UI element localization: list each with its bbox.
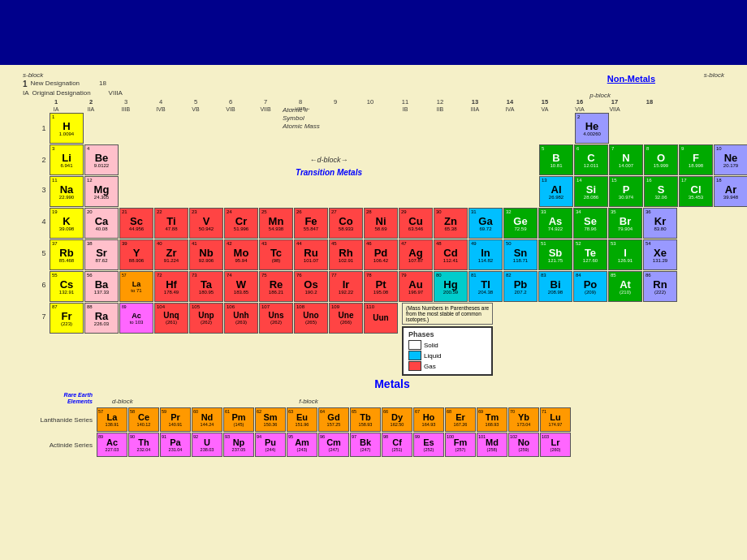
element-W: 74 W 183.85: [224, 271, 258, 302]
element-Al: 13 Al 26.982: [539, 176, 573, 207]
element-Lr: 103 Lr (260): [540, 433, 571, 457]
metals-label: Metals: [39, 377, 745, 390]
element-I: 53 I 126.91: [608, 239, 642, 270]
actinide-row: Actinide Series 89 Ac 227.03 90 Th 232.0…: [23, 433, 724, 457]
element-P: 15 P 30.974: [609, 176, 643, 207]
sblock-left-label: s-block: [23, 71, 43, 79]
element-Sn: 50 Sn 118.71: [503, 239, 538, 270]
element-Ir: 77 Ir 192.22: [329, 271, 363, 302]
element-Kr: 36 Kr 83.80: [643, 208, 677, 239]
element-Zn: 30 Zn 65.38: [434, 208, 468, 239]
element-Nd: 60 Nd 144.24: [192, 407, 222, 432]
period-7-row: 7 87 Fr (223) 88 Ra 226.03 89 Ac to 103: [39, 303, 724, 376]
dblock-label: ←d-block→: [310, 156, 348, 164]
symbol-label: Symbol: [283, 114, 304, 122]
element-Os: 76 Os 190.2: [294, 271, 328, 302]
element-Dy: 66 Dy 162.50: [382, 407, 412, 432]
element-K: 19 K 39.098: [50, 208, 84, 239]
col-3: 3: [109, 98, 143, 106]
col-8: 8: [283, 98, 317, 106]
element-Lu: 71 Lu 174.97: [540, 407, 571, 432]
element-As: 33 As 74.922: [538, 208, 572, 239]
period-1-label: 1: [39, 124, 49, 132]
period-6-label: 6: [39, 271, 49, 302]
element-Y: 39 Y 88.906: [119, 239, 153, 270]
element-At: 85 At (210): [608, 271, 642, 302]
element-Sc: 21 Sc 44.956: [119, 208, 153, 239]
table-area: 1 2 3 4 5 6 7 8 9 10 11 12 13 14 15 16 1…: [23, 98, 724, 457]
col-6: 6: [214, 98, 248, 106]
actinide-label: Actinide Series: [23, 442, 96, 449]
atomic-mass-label: Atomic Mass: [283, 123, 320, 130]
element-Gd: 64 Gd 157.25: [318, 407, 349, 432]
element-Fe: 26 Fe 55.847: [294, 208, 328, 239]
solid-label: Solid: [424, 342, 438, 349]
element-Ag: 47 Ag 107.87: [399, 239, 433, 270]
element-U: 92 U 238.03: [192, 433, 222, 457]
period-2-row: 2 3 Li 6.941 4 Be 9.0122 ←d-block→ Trans…: [39, 144, 724, 175]
element-Er: 68 Er 167.26: [445, 407, 476, 432]
period-3-label: 3: [39, 176, 49, 207]
element-Ar: 18 Ar 39.948: [714, 176, 747, 207]
gas-color: [408, 361, 421, 371]
periodic-table-container: s-block s-block 1 New Designation 18 IA …: [16, 65, 731, 552]
col-17: 17: [598, 98, 632, 106]
element-Ne: 10 Ne 20.179: [714, 144, 747, 175]
element-Pr: 59 Pr 140.91: [160, 407, 191, 432]
element-Hf: 72 Hf 178.49: [154, 271, 188, 302]
period-7-label: 7: [39, 303, 49, 376]
gas-label: Gas: [424, 363, 436, 370]
orig-group-headers: IA IIA IIIB IVB VB VIB VIIB ←VIIIB→ IB I…: [39, 106, 724, 112]
mass-note: (Mass Numbers in Parentheses arefrom the…: [402, 303, 493, 325]
element-Fm: 100 Fm (257): [445, 433, 476, 457]
group18-right: 18: [99, 80, 106, 88]
dblock-gap-3: [119, 176, 538, 207]
col-15: 15: [528, 98, 562, 106]
groupIA-num: IA: [23, 89, 29, 97]
element-Ru: 44 Ru 101.07: [294, 239, 328, 270]
element-Unq: 104 Unq (261): [154, 303, 188, 334]
element-He: 2 He 4.00260: [575, 113, 609, 144]
element-Mn: 25 Mn 54.938: [259, 208, 293, 239]
element-Mo: 42 Mo 95.94: [224, 239, 258, 270]
orig-designation-label: Original Designation: [32, 89, 91, 97]
element-Ra: 88 Ra 226.03: [84, 303, 119, 334]
element-Au: 79 Au 196.97: [399, 271, 433, 302]
solid-color: [408, 340, 421, 350]
col-7: 7: [248, 98, 283, 106]
element-Unh: 106 Unh (263): [224, 303, 258, 334]
col-11: 11: [388, 98, 422, 106]
element-H: 1 H 1.0094: [50, 113, 84, 144]
col-9: 9: [318, 98, 352, 106]
element-Ba: 56 Ba 137.33: [84, 271, 119, 302]
element-La: 57 La 138.91: [97, 407, 127, 432]
element-Ti: 22 Ti 47.88: [154, 208, 188, 239]
groupVIIIA-num: VIIIA: [109, 89, 123, 97]
col-16: 16: [563, 98, 597, 106]
period-1-row: 1 1 H 1.0094 2 He 4.00260: [39, 113, 724, 144]
element-Bi: 83 Bi 208.98: [538, 271, 572, 302]
element-Ca: 20 Ca 40.08: [84, 208, 119, 239]
element-Cl: 17 Cl 35.453: [679, 176, 713, 207]
element-Si: 14 Si 28.086: [574, 176, 608, 207]
element-Cm: 96 Cm (247): [318, 433, 349, 457]
col-1: 1: [39, 98, 73, 106]
col-5: 5: [179, 98, 213, 106]
liquid-phase: Liquid: [408, 351, 486, 360]
element-Na: 11 Na 22.990: [50, 176, 84, 207]
col-13: 13: [458, 98, 492, 106]
phases-box: Phases Solid Liquid Gas: [402, 326, 493, 376]
fblock-rare-label: f-block: [299, 398, 318, 405]
element-F: 9 F 18.998: [679, 144, 713, 175]
element-Tl: 81 Tl 204.38: [468, 271, 503, 302]
rare-earth-title: Rare EarthElements: [23, 392, 96, 407]
sblock-right-label: s-block: [704, 71, 724, 79]
notes-area: (Mass Numbers in Parentheses arefrom the…: [402, 303, 493, 376]
col-headers: 1 2 3 4 5 6 7 8 9 10 11 12 13 14 15 16 1…: [39, 98, 724, 106]
element-Ac: 89 Ac 227.03: [97, 433, 127, 457]
col-18: 18: [633, 98, 667, 106]
col-10: 10: [353, 98, 387, 106]
element-Np: 93 Np 237.05: [223, 433, 254, 457]
element-Cd: 48 Cd 112.41: [434, 239, 468, 270]
element-Ga: 31 Ga 69.72: [468, 208, 503, 239]
